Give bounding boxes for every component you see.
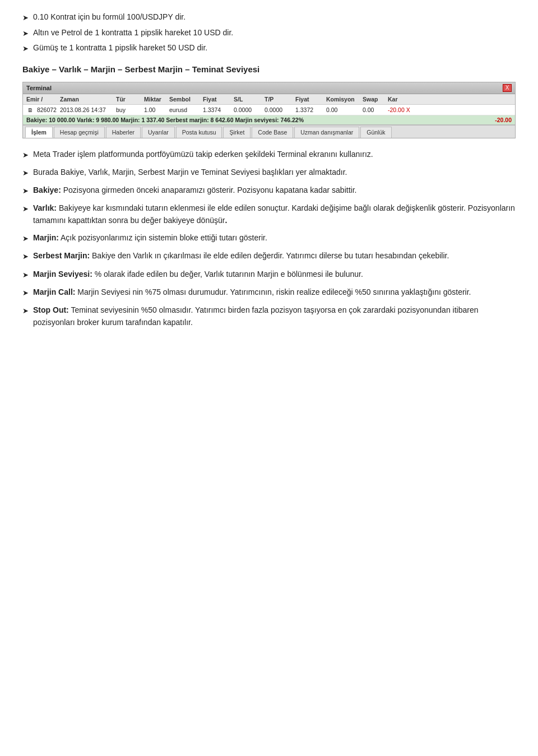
terminal-status-right: -20.00 bbox=[495, 117, 512, 123]
col-time: Zaman bbox=[59, 95, 115, 103]
bottom-bullet-0: ➤ Meta Trader işlem platformunda portföy… bbox=[22, 149, 516, 161]
arrow-icon-b0: ➤ bbox=[22, 150, 29, 161]
row-order: 🗎 826072 bbox=[25, 106, 59, 114]
arrow-icon-b3: ➤ bbox=[22, 203, 29, 215]
bullet-2: ➤ Altın ve Petrol de 1 kontratta 1 pipsl… bbox=[22, 27, 516, 39]
arrow-icon-b8: ➤ bbox=[22, 305, 29, 317]
row-swap: 0.00 bbox=[361, 106, 387, 114]
bottom-bullet-text-0: Meta Trader işlem platformunda portföyüm… bbox=[33, 149, 373, 161]
arrow-icon-b2: ➤ bbox=[22, 185, 29, 197]
row-commission: 0.00 bbox=[325, 106, 361, 114]
top-bullets: ➤ 0.10 Kontrat için bu formül 100/USDJPY… bbox=[22, 11, 516, 54]
col-commission: Komisyon bbox=[325, 95, 361, 103]
terminal-tab-code-base[interactable]: Code Base bbox=[252, 127, 293, 138]
bottom-bullet-text-7: Marjin Call: Marjin Seviyesi nin %75 olm… bbox=[33, 286, 471, 299]
bottom-bullet-6: ➤ Marjin Seviyesi: % olarak ifade edilen… bbox=[22, 268, 516, 281]
row-price: 1.3374 bbox=[202, 106, 233, 114]
col-size: Miktar bbox=[143, 95, 168, 103]
terminal-tab-hesap-geçmişi[interactable]: Hesap geçmişi bbox=[54, 127, 105, 138]
arrow-icon-b7: ➤ bbox=[22, 287, 29, 299]
terminal-window: Terminal X Emir / Zaman Tür Miktar Sembo… bbox=[22, 82, 516, 138]
arrow-icon-1: ➤ bbox=[22, 12, 29, 24]
terminal-status-row: Bakiye: 10 000.00 Varlık: 9 980.00 Marji… bbox=[23, 115, 515, 125]
terminal-tab-haberler[interactable]: Haberler bbox=[106, 127, 141, 138]
section-title: Bakiye – Varlık – Marjin – Serbest Marji… bbox=[22, 64, 516, 74]
col-swap: Swap bbox=[361, 95, 387, 103]
terminal-tab-uyarılar[interactable]: Uyarılar bbox=[142, 127, 175, 138]
row-cur-price: 1.3372 bbox=[294, 106, 325, 114]
terminal-tab-şirket[interactable]: Şirket bbox=[223, 127, 251, 138]
bullet-3: ➤ Gümüş te 1 kontratta 1 pipslik hareket… bbox=[22, 42, 516, 54]
bullet-text-3: Gümüş te 1 kontratta 1 pipslik hareket 5… bbox=[33, 42, 207, 54]
bullet-1: ➤ 0.10 Kontrat için bu formül 100/USDJPY… bbox=[22, 11, 516, 24]
bottom-bullet-text-6: Marjin Seviyesi: % olarak ifade edilen b… bbox=[33, 268, 363, 281]
arrow-icon-b4: ➤ bbox=[22, 233, 29, 244]
col-profit: Kar bbox=[387, 95, 415, 103]
col-symbol: Sembol bbox=[168, 95, 202, 103]
bottom-bullet-1: ➤ Burada Bakiye, Varlık, Marjin, Serbest… bbox=[22, 166, 516, 179]
bottom-bullet-3: ➤ Varlık: Bakiyeye kar kısmındaki tutarı… bbox=[22, 202, 516, 226]
bottom-bullet-text-8: Stop Out: Teminat seviyesinin %50 olması… bbox=[33, 304, 516, 328]
terminal-data-row: 🗎 826072 2013.08.26 14:37 buy 1.00 eurus… bbox=[23, 105, 515, 115]
col-cur-price: Fiyat bbox=[294, 95, 325, 103]
terminal-tabs: İşlemHesap geçmişiHaberlerUyarılarPosta … bbox=[23, 125, 515, 138]
terminal-tab-günlük[interactable]: Günlük bbox=[360, 127, 391, 138]
bottom-bullet-text-5: Serbest Marjin: Bakiye den Varlık ın çık… bbox=[33, 250, 449, 262]
bottom-bullet-4: ➤ Marjin: Açık pozisyonlarımız için sist… bbox=[22, 232, 516, 244]
terminal-status-text: Bakiye: 10 000.00 Varlık: 9 980.00 Marji… bbox=[26, 117, 304, 123]
bottom-bullet-text-1: Burada Bakiye, Varlık, Marjin, Serbest M… bbox=[33, 166, 347, 179]
bottom-bullet-8: ➤ Stop Out: Teminat seviyesinin %50 olma… bbox=[22, 304, 516, 328]
terminal-tab-i̇şlem[interactable]: İşlem bbox=[25, 127, 53, 138]
bottom-bullet-text-4: Marjin: Açık pozisyonlarımız için sistem… bbox=[33, 232, 267, 244]
row-type: buy bbox=[115, 106, 143, 114]
terminal-header-row: Emir / Zaman Tür Miktar Sembol Fiyat S/L… bbox=[23, 94, 515, 105]
terminal-titlebar: Terminal X bbox=[23, 82, 515, 94]
bottom-bullet-5: ➤ Serbest Marjin: Bakiye den Varlık ın ç… bbox=[22, 250, 516, 262]
terminal-close-button[interactable]: X bbox=[503, 84, 512, 92]
arrow-icon-2: ➤ bbox=[22, 28, 29, 39]
bottom-bullet-7: ➤ Marjin Call: Marjin Seviyesi nin %75 o… bbox=[22, 286, 516, 299]
terminal-title: Terminal bbox=[26, 85, 52, 91]
col-type: Tür bbox=[115, 95, 143, 103]
row-icon: 🗎 bbox=[26, 106, 34, 114]
arrow-icon-b1: ➤ bbox=[22, 168, 29, 179]
row-symbol: eurusd bbox=[168, 106, 202, 114]
arrow-icon-3: ➤ bbox=[22, 43, 29, 54]
terminal-tab-posta-kutusu[interactable]: Posta kutusu bbox=[176, 127, 222, 138]
col-tp: T/P bbox=[263, 95, 294, 103]
bullet-text-1: 0.10 Kontrat için bu formül 100/USDJPY d… bbox=[33, 11, 185, 23]
row-profit: -20.00 X bbox=[387, 106, 415, 114]
bottom-bullet-2: ➤ Bakiye: Pozisyona girmeden önceki anap… bbox=[22, 184, 516, 197]
arrow-icon-b6: ➤ bbox=[22, 270, 29, 281]
row-sl: 0.0000 bbox=[233, 106, 263, 114]
bullet-text-2: Altın ve Petrol de 1 kontratta 1 pipslik… bbox=[33, 27, 233, 39]
arrow-icon-b5: ➤ bbox=[22, 251, 29, 262]
bottom-bullets: ➤ Meta Trader işlem platformunda portföy… bbox=[22, 149, 516, 329]
row-time: 2013.08.26 14:37 bbox=[59, 106, 115, 114]
bottom-bullet-text-2: Bakiye: Pozisyona girmeden önceki anapar… bbox=[33, 184, 356, 197]
bottom-bullet-text-3: Varlık: Bakiyeye kar kısmındaki tutarın … bbox=[33, 202, 516, 226]
terminal-tab-uzman-danışmanlar[interactable]: Uzman danışmanlar bbox=[294, 127, 359, 138]
col-sl: S/L bbox=[233, 95, 263, 103]
row-size: 1.00 bbox=[143, 106, 168, 114]
col-order: Emir / bbox=[25, 95, 59, 103]
col-price: Fiyat bbox=[202, 95, 233, 103]
row-tp: 0.0000 bbox=[263, 106, 294, 114]
